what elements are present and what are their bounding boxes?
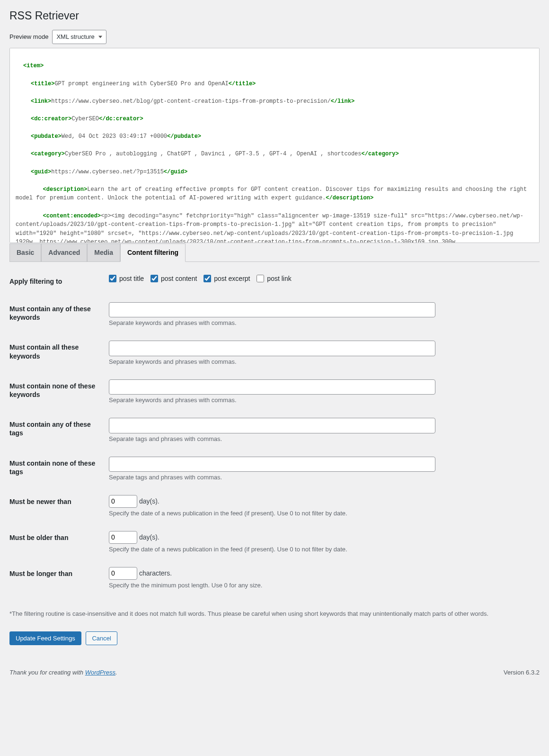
xml-text: CyberSEO Pro , autoblogging , ChatGPT , … — [65, 151, 362, 157]
newer-than-unit: day(s). — [139, 497, 159, 505]
apply-filtering-post-link[interactable]: post link — [257, 275, 291, 282]
xml-tag: </description> — [326, 195, 373, 201]
xml-text: CyberSEO — [71, 116, 99, 122]
apply-filtering-post-link-checkbox[interactable] — [257, 275, 264, 282]
apply-filtering-post-link-text: post link — [267, 275, 291, 282]
apply-filtering-post-content-checkbox[interactable] — [151, 275, 158, 282]
none-tags-hint: Separate tags and phrases with commas. — [109, 474, 535, 481]
xml-tag: </title> — [229, 81, 256, 87]
xml-tag: <dc:creator> — [31, 116, 71, 122]
xml-tag: <content:encoded> — [43, 213, 101, 219]
none-tags-input[interactable] — [109, 457, 435, 472]
newer-than-label: Must be newer than — [9, 488, 109, 524]
xml-text: https://www.cyberseo.net/?p=13515 — [51, 169, 164, 175]
xml-text: GPT prompt engineering with CyberSEO Pro… — [54, 81, 228, 87]
newer-than-hint: Specify the date of a news publication i… — [109, 510, 535, 517]
xml-tag: </pubdate> — [167, 133, 201, 140]
xml-tag: <title> — [31, 81, 54, 87]
cancel-button[interactable]: Cancel — [86, 631, 117, 645]
apply-filtering-post-excerpt[interactable]: post excerpt — [204, 275, 250, 282]
footer-version: Version 6.3.2 — [504, 669, 540, 676]
apply-filtering-post-title[interactable]: post title — [109, 275, 144, 282]
preview-mode-label: Preview mode — [9, 33, 48, 40]
update-feed-settings-button[interactable]: Update Feed Settings — [9, 631, 81, 645]
none-keywords-input[interactable] — [109, 379, 435, 395]
preview-mode-select[interactable]: XML structure — [52, 30, 106, 44]
footer-thanks-prefix: Thank you for creating with — [9, 669, 85, 676]
any-tags-label: Must contain any of these tags — [9, 411, 109, 449]
longer-than-input[interactable] — [109, 567, 137, 580]
xml-preview[interactable]: <item> <title>GPT prompt engineering wit… — [9, 48, 540, 243]
xml-tag: <category> — [31, 151, 65, 157]
newer-than-input[interactable] — [109, 495, 137, 508]
any-tags-hint: Separate tags and phrases with commas. — [109, 435, 535, 442]
older-than-unit: day(s). — [139, 533, 159, 541]
none-keywords-label: Must contain none of these keywords — [9, 372, 109, 411]
xml-tag: </guid> — [164, 169, 187, 175]
filtering-note: *The filtering routine is case-insensiti… — [9, 610, 540, 617]
xml-text: Learn the art of creating effective prom… — [16, 186, 530, 202]
all-keywords-label: Must contain all these keywords — [9, 333, 109, 372]
xml-text: https://www.cyberseo.net/blog/gpt-conten… — [51, 98, 331, 105]
tab-media[interactable]: Media — [87, 243, 120, 261]
xml-text: Wed, 04 Oct 2023 03:49:17 +0000 — [62, 133, 167, 140]
longer-than-label: Must be longer than — [9, 560, 109, 596]
apply-filtering-label: Apply filtering to — [9, 268, 109, 295]
tab-content-filtering[interactable]: Content filtering — [120, 243, 186, 262]
longer-than-unit: characters. — [139, 569, 172, 577]
none-tags-label: Must contain none of these tags — [9, 450, 109, 488]
xml-tag: <description> — [43, 186, 88, 193]
apply-filtering-post-title-text: post title — [119, 275, 144, 282]
any-keywords-label: Must contain any of these keywords — [9, 295, 109, 333]
older-than-input[interactable] — [109, 531, 137, 544]
apply-filtering-post-content-text: post content — [161, 275, 197, 282]
tab-advanced[interactable]: Advanced — [41, 243, 87, 261]
xml-tag: <link> — [31, 98, 51, 105]
all-keywords-input[interactable] — [109, 341, 435, 356]
apply-filtering-post-excerpt-text: post excerpt — [214, 275, 250, 282]
apply-filtering-post-title-checkbox[interactable] — [109, 275, 116, 282]
any-keywords-hint: Separate keywords and phrases with comma… — [109, 319, 535, 326]
xml-tag: </link> — [331, 98, 354, 105]
tab-basic[interactable]: Basic — [9, 243, 41, 261]
footer-thanks: Thank you for creating with WordPress. — [9, 669, 117, 676]
xml-tag: </dc:creator> — [99, 116, 143, 122]
footer-thanks-suffix: . — [115, 669, 117, 676]
older-than-hint: Specify the date of a news publication i… — [109, 546, 535, 553]
page-title: RSS Retriever — [9, 5, 540, 25]
apply-filtering-post-content[interactable]: post content — [151, 275, 197, 282]
apply-filtering-post-excerpt-checkbox[interactable] — [204, 275, 211, 282]
xml-tag: <item> — [23, 63, 44, 69]
xml-tag: <guid> — [31, 169, 51, 175]
all-keywords-hint: Separate keywords and phrases with comma… — [109, 358, 535, 365]
longer-than-hint: Specify the the minimum post length. Use… — [109, 582, 535, 589]
none-keywords-hint: Separate keywords and phrases with comma… — [109, 396, 535, 404]
xml-tag: </category> — [362, 151, 399, 157]
footer-wordpress-link[interactable]: WordPress — [85, 669, 115, 676]
any-tags-input[interactable] — [109, 418, 435, 433]
tab-bar: BasicAdvancedMediaContent filtering — [9, 243, 540, 262]
xml-tag: <pubdate> — [31, 133, 62, 140]
any-keywords-input[interactable] — [109, 302, 435, 317]
older-than-label: Must be older than — [9, 524, 109, 560]
